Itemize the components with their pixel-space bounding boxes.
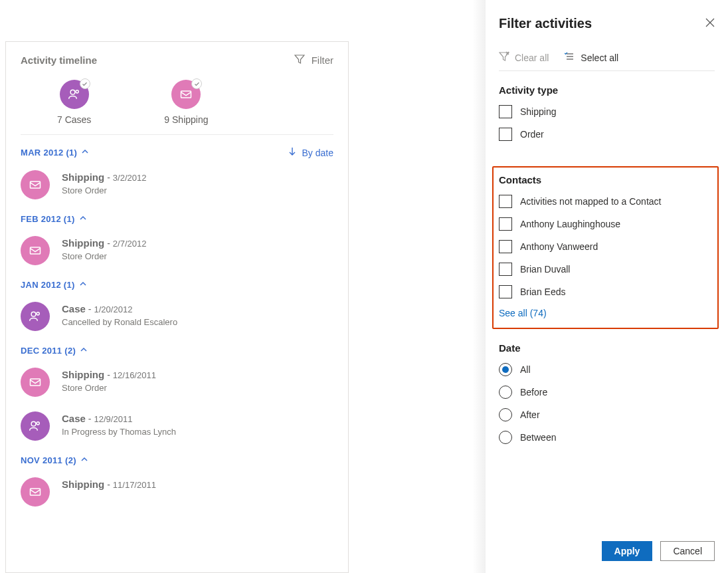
date-head: Date: [499, 342, 715, 354]
contacts-section: Contacts Activities not mapped to a Cont…: [499, 174, 712, 318]
dash: -: [88, 304, 92, 314]
checkbox-contact[interactable]: Anthony Laughinghouse: [499, 217, 712, 231]
cases-icon: [60, 80, 89, 109]
close-button[interactable]: [705, 18, 715, 29]
group-header[interactable]: FEB 2012 (1): [21, 214, 333, 224]
group-header-label: JAN 2012 (1): [21, 280, 75, 290]
panel-toolbar: Clear all Select all: [499, 51, 715, 71]
checkbox-contact[interactable]: Brian Eeds: [499, 285, 712, 298]
checkbox-icon: [499, 195, 512, 208]
clear-all-button[interactable]: Clear all: [499, 51, 549, 64]
timeline-card: Activity timeline Filter 7 Cases: [5, 41, 349, 573]
select-all-label: Select all: [581, 53, 618, 63]
checkbox-icon: [499, 263, 512, 276]
by-date-label: By date: [302, 148, 333, 158]
group-header-row: MAR 2012 (1)By date: [21, 147, 333, 158]
activity-sub: Cancelled by Ronald Escalero: [62, 317, 177, 327]
activity-row[interactable]: Shipping - 2/7/2012Store Order: [21, 236, 333, 265]
group-header-label: DEC 2011 (2): [21, 346, 76, 356]
activity-row[interactable]: Case - 12/9/2011In Progress by Thomas Ly…: [21, 411, 333, 441]
radio-label: Between: [520, 432, 556, 443]
cancel-button[interactable]: Cancel: [660, 541, 715, 561]
activity-row[interactable]: Case - 1/20/2012Cancelled by Ronald Esca…: [21, 302, 333, 331]
arrow-down-icon: [288, 147, 297, 158]
radio-between[interactable]: Between: [499, 431, 715, 444]
see-all-link[interactable]: See all (74): [499, 308, 712, 318]
activity-row[interactable]: Shipping - 12/16/2011Store Order: [21, 368, 333, 397]
checkbox-contact[interactable]: Anthony Vanweerd: [499, 240, 712, 253]
activity-type-section: Activity type ShippingOrder: [499, 84, 715, 150]
activity-date: 3/2/2012: [113, 173, 147, 183]
checkbox-label: Shipping: [520, 106, 557, 117]
group-header[interactable]: NOV 2011 (2): [21, 455, 333, 465]
radio-all[interactable]: All: [499, 363, 715, 376]
dash: -: [107, 370, 110, 380]
svg-rect-4: [31, 247, 41, 254]
summary-shipping[interactable]: 9 Shipping: [164, 80, 208, 125]
close-icon: [705, 19, 715, 29]
activity-title-line: Shipping - 3/2/2012: [62, 172, 146, 183]
checkbox-label: Order: [520, 129, 544, 140]
activity-title-line: Shipping - 12/16/2011: [62, 369, 156, 380]
checkbox-contact[interactable]: Brian Duvall: [499, 263, 712, 276]
sort-by-date[interactable]: By date: [288, 147, 333, 158]
filter-button[interactable]: Filter: [294, 54, 333, 66]
radio-after[interactable]: After: [499, 408, 715, 421]
envelope-icon: [21, 236, 50, 265]
radio-label: All: [520, 364, 531, 375]
timeline-group: FEB 2012 (1)Shipping - 2/7/2012Store Ord…: [21, 214, 333, 265]
activity-type: Shipping: [62, 172, 104, 183]
summary-cases[interactable]: 7 Cases: [57, 80, 91, 125]
dash: -: [88, 413, 92, 424]
activity-type: Shipping: [62, 479, 104, 490]
chevron-up-icon: [81, 148, 89, 158]
checkbox-icon: [499, 217, 512, 231]
shipping-icon: [171, 80, 201, 109]
clear-filter-icon: [499, 51, 509, 64]
contacts-head: Contacts: [499, 174, 712, 185]
group-header[interactable]: JAN 2012 (1): [21, 280, 333, 290]
activity-text: Shipping - 11/17/2011: [62, 477, 156, 507]
activity-row[interactable]: Shipping - 3/2/2012Store Order: [21, 170, 333, 199]
activity-sub: Store Order: [62, 185, 146, 195]
radio-icon: [499, 386, 512, 399]
activity-title-line: Shipping - 2/7/2012: [62, 237, 146, 249]
panel-title: Filter activities: [499, 16, 592, 31]
radio-label: Before: [520, 387, 547, 398]
svg-point-0: [70, 90, 75, 94]
date-options-list: AllBeforeAfterBetween: [499, 363, 715, 444]
checkbox-contact[interactable]: Activities not mapped to a Contact: [499, 195, 712, 208]
activity-date: 12/16/2011: [113, 370, 156, 380]
panel-footer: Apply Cancel: [499, 533, 715, 561]
checkbox-shipping[interactable]: Shipping: [499, 105, 715, 118]
radio-icon: [499, 431, 512, 444]
checkbox-label: Activities not mapped to a Contact: [520, 196, 661, 207]
checkbox-icon: [499, 240, 512, 253]
activity-title-line: Shipping - 11/17/2011: [62, 479, 156, 490]
contacts-list: Activities not mapped to a ContactAnthon…: [499, 195, 712, 298]
activity-text: Shipping - 2/7/2012Store Order: [62, 236, 146, 265]
group-header[interactable]: DEC 2011 (2): [21, 346, 333, 356]
apply-button[interactable]: Apply: [602, 541, 653, 561]
timeline-groups: MAR 2012 (1)By dateShipping - 3/2/2012St…: [21, 147, 333, 507]
activity-type: Shipping: [62, 237, 104, 249]
filter-icon: [294, 54, 305, 66]
dash: -: [107, 172, 110, 183]
select-all-button[interactable]: Select all: [565, 51, 618, 64]
clear-all-label: Clear all: [515, 53, 549, 63]
activity-title-line: Case - 12/9/2011: [62, 413, 176, 424]
group-header[interactable]: MAR 2012 (1): [21, 148, 89, 158]
svg-point-5: [31, 312, 36, 316]
person-icon: [21, 302, 50, 331]
filter-label: Filter: [312, 55, 333, 66]
radio-before[interactable]: Before: [499, 386, 715, 399]
svg-rect-3: [31, 181, 41, 188]
panel-header: Filter activities: [499, 16, 715, 31]
activity-type-list: ShippingOrder: [499, 105, 715, 141]
activity-type: Case: [62, 413, 86, 424]
summary-shipping-label: 9 Shipping: [164, 114, 208, 125]
checkbox-icon: [499, 285, 512, 298]
timeline-group: DEC 2011 (2)Shipping - 12/16/2011Store O…: [21, 346, 333, 441]
checkbox-order[interactable]: Order: [499, 128, 715, 141]
activity-row[interactable]: Shipping - 11/17/2011: [21, 477, 333, 507]
